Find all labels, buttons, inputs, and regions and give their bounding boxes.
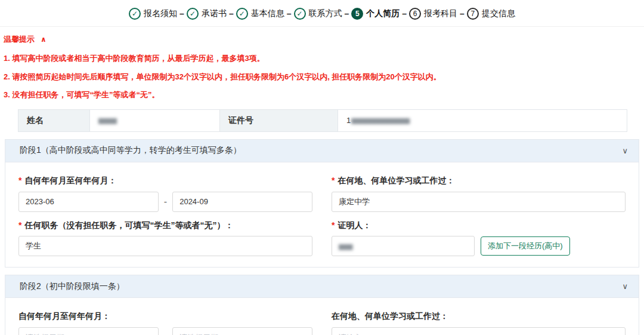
- place-input[interactable]: [332, 192, 626, 212]
- masked-id-text: ▆▆▆▆▆▆▆▆▆▆▆▆▆: [351, 116, 409, 124]
- step-contact-info[interactable]: ✓ 联系方式: [294, 8, 342, 20]
- stage2-body: 自何年何月至何年何月： - 在何地、何单位学习或工作过： 任何职务（没有担任职务…: [5, 298, 639, 335]
- warm-notice: 温馨提示 ∧ 1. 填写高中阶段或者相当于高中阶段教育简历，从最后学历起，最多填…: [0, 27, 644, 100]
- step-number-badge: 7: [467, 8, 479, 20]
- step-personal-resume-active[interactable]: 5 个人简历: [351, 8, 400, 20]
- period-from-input[interactable]: [18, 192, 159, 212]
- stage1-title: 阶段1（高中阶段或高中同等学力，转学的考生可填写多条）: [20, 145, 242, 156]
- place-label: 在何地、何单位学习或工作过：: [338, 176, 454, 185]
- notice-line: 2. 请按照简历起始时间先后顺序填写，单位限制为32个汉字以内，担任职务限制为6…: [4, 72, 640, 82]
- duty-input[interactable]: [18, 236, 312, 256]
- required-mark: *: [18, 176, 21, 185]
- step-basic-info[interactable]: ✓ 基本信息: [236, 8, 284, 20]
- required-mark: *: [18, 220, 21, 230]
- duty-label: 任何职务（没有担任职务，可填写“学生”等或者“无”）：: [24, 220, 233, 230]
- stage2-header[interactable]: 阶段2（初中阶段限填一条） ∨: [5, 275, 639, 298]
- step-label: 个人简历: [366, 8, 400, 19]
- step-separator: –: [179, 9, 184, 19]
- step-number-badge: 6: [409, 8, 421, 20]
- period-to-input[interactable]: [172, 327, 312, 335]
- stage1-period-field: *自何年何月至何年何月： -: [18, 167, 312, 212]
- masked-witness-text: ▆▆▆: [339, 242, 352, 250]
- step-label: 提交信息: [482, 8, 515, 19]
- check-icon: ✓: [236, 8, 248, 20]
- step-label: 基本信息: [251, 8, 284, 19]
- date-range-separator: -: [164, 196, 167, 207]
- period-to-input[interactable]: [172, 192, 312, 212]
- chevron-down-icon[interactable]: ∨: [622, 282, 628, 291]
- check-icon: ✓: [129, 8, 141, 20]
- period-label: 自何年何月至何年何月：: [18, 311, 110, 321]
- id-number-prefix: 1: [346, 116, 351, 125]
- masked-name-text: ▆▆▆▆: [98, 116, 116, 124]
- required-mark: *: [332, 220, 335, 230]
- registration-stepper: ✓ 报名须知 – ✓ 承诺书 – ✓ 基本信息 – ✓ 联系方式 – 5 个人简…: [0, 0, 644, 27]
- stage1-panel: 阶段1（高中阶段或高中同等学力，转学的考生可填写多条） ∨ *自何年何月至何年何…: [5, 139, 639, 268]
- step-label: 报名须知: [144, 8, 177, 19]
- step-label: 报考科目: [424, 8, 457, 19]
- step-submit-info[interactable]: 7 提交信息: [467, 8, 515, 20]
- step-label: 联系方式: [309, 8, 342, 19]
- stage1-header[interactable]: 阶段1（高中阶段或高中同等学力，转学的考生可填写多条） ∨: [5, 140, 639, 162]
- place-label: 在何地、何单位学习或工作过：: [332, 311, 448, 321]
- step-number-badge: 5: [351, 8, 363, 20]
- id-number-label: 证件号: [220, 110, 338, 131]
- name-label: 姓名: [18, 110, 90, 131]
- stage2-title: 阶段2（初中阶段限填一条）: [20, 281, 125, 292]
- date-range-separator: -: [164, 332, 167, 335]
- chevron-up-icon[interactable]: ∧: [41, 35, 47, 44]
- stage1-witness-field: *证明人： ▆▆▆ 添加下一段经历(高中): [332, 212, 626, 257]
- step-separator: –: [460, 9, 465, 19]
- step-separator: –: [229, 9, 234, 19]
- notice-line: 3. 没有担任职务，可填写“学生”等或者“无”。: [4, 90, 640, 100]
- chevron-down-icon[interactable]: ∨: [622, 146, 628, 155]
- witness-label: 证明人：: [338, 220, 371, 230]
- stage2-place-field: 在何地、何单位学习或工作过：: [332, 303, 626, 335]
- required-mark: *: [332, 176, 335, 185]
- step-label: 承诺书: [202, 8, 227, 19]
- id-number-value: 1 ▆▆▆▆▆▆▆▆▆▆▆▆▆: [338, 110, 627, 131]
- stage2-period-field: 自何年何月至何年何月： -: [18, 303, 312, 335]
- step-enrollment-notice[interactable]: ✓ 报名须知: [129, 8, 177, 20]
- check-icon: ✓: [187, 8, 199, 20]
- stage2-panel: 阶段2（初中阶段限填一条） ∨ 自何年何月至何年何月： - 在何地、何单位学习或…: [5, 275, 639, 335]
- notice-title: 温馨提示: [4, 34, 35, 45]
- step-exam-subjects[interactable]: 6 报考科目: [409, 8, 457, 20]
- period-from-input[interactable]: [18, 327, 159, 335]
- stage1-body: *自何年何月至何年何月： - *在何地、何单位学习或工作过： *任何职务（没有担…: [5, 162, 639, 268]
- witness-input[interactable]: ▆▆▆: [332, 236, 475, 256]
- step-separator: –: [402, 9, 407, 19]
- period-label: 自何年何月至何年何月：: [24, 176, 116, 185]
- check-icon: ✓: [294, 8, 306, 20]
- step-separator: –: [345, 9, 349, 19]
- notice-line: 1. 填写高中阶段或者相当于高中阶段教育简历，从最后学历起，最多填3项。: [4, 54, 640, 63]
- stage1-place-field: *在何地、何单位学习或工作过：: [332, 167, 626, 212]
- place-input[interactable]: [332, 327, 626, 335]
- applicant-summary-row: 姓名 ▆▆▆▆ 证件号 1 ▆▆▆▆▆▆▆▆▆▆▆▆▆: [18, 109, 627, 132]
- add-next-experience-button[interactable]: 添加下一段经历(高中): [481, 236, 570, 256]
- name-value: ▆▆▆▆: [90, 110, 220, 131]
- step-commitment-letter[interactable]: ✓ 承诺书: [187, 8, 227, 20]
- stage1-duty-field: *任何职务（没有担任职务，可填写“学生”等或者“无”）：: [18, 212, 312, 257]
- step-separator: –: [287, 9, 292, 19]
